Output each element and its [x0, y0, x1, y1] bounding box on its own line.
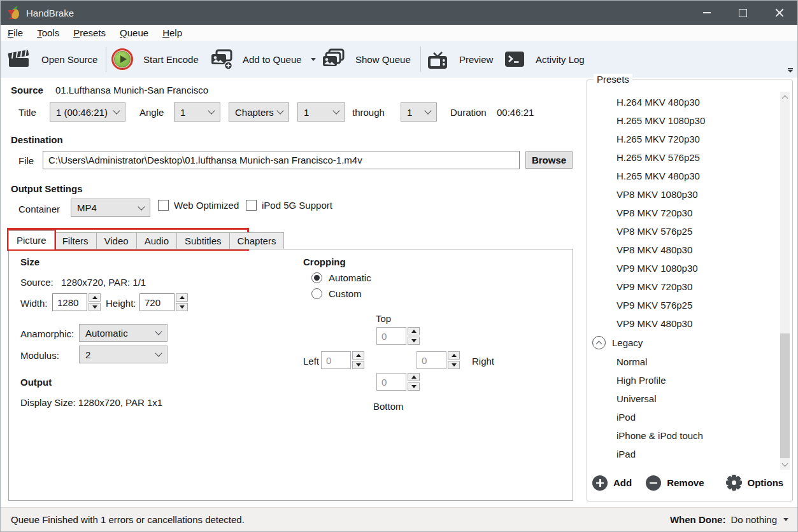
preset-item[interactable]: Universal: [588, 389, 777, 408]
preview-button[interactable]: Preview: [426, 41, 493, 78]
status-bar: Queue Finished with 1 errors or cancella…: [1, 507, 797, 531]
container-select[interactable]: MP4: [71, 199, 150, 217]
preset-item[interactable]: H.264 MKV 480p30: [588, 93, 777, 111]
crop-left-stepper[interactable]: 0: [321, 351, 364, 369]
open-source-label: Open Source: [41, 54, 97, 65]
overflow-caret-icon: [788, 70, 793, 73]
activity-log-button[interactable]: Activity Log: [504, 41, 585, 78]
tab-video[interactable]: Video: [97, 232, 137, 249]
dropdown-caret-icon: [783, 518, 788, 521]
range-end-select[interactable]: 1: [401, 102, 437, 122]
preset-item[interactable]: VP8 MKV 576p25: [588, 222, 777, 241]
toolbar-overflow-button[interactable]: [788, 68, 793, 73]
picture-tab-panel: Size Source: 1280x720, PAR: 1/1 Width: 1…: [8, 249, 573, 501]
ipod-support-checkbox[interactable]: iPod 5G Support: [246, 200, 332, 211]
preset-item[interactable]: H.265 MKV 1080p30: [588, 111, 777, 130]
preset-item[interactable]: VP9 MKV 480p30: [588, 314, 777, 333]
size-source-value: 1280x720, PAR: 1/1: [61, 277, 146, 288]
preset-item[interactable]: Normal: [588, 353, 777, 371]
spin-up-button[interactable]: [89, 293, 101, 302]
start-encode-button[interactable]: Start Encode: [111, 41, 199, 78]
open-source-button[interactable]: Open Source: [7, 41, 97, 78]
maximize-button[interactable]: [725, 1, 761, 25]
spin-up-button[interactable]: [352, 351, 364, 360]
scroll-down-button[interactable]: [780, 459, 790, 470]
preset-item[interactable]: iPad: [588, 445, 777, 463]
preset-item[interactable]: High Profile: [588, 371, 777, 389]
checkbox-box: [246, 200, 257, 211]
preset-item[interactable]: VP9 MKV 1080p30: [588, 259, 777, 277]
angle-select[interactable]: 1: [174, 102, 220, 122]
presets-panel: Presets H.264 MKV 480p30H.265 MKV 1080p3…: [587, 80, 793, 501]
presets-scrollbar[interactable]: [780, 92, 790, 470]
range-type-select[interactable]: Chapters: [229, 102, 289, 122]
preset-item[interactable]: VP9 MKV 720p30: [588, 277, 777, 296]
preset-item[interactable]: H.265 MKV 720p30: [588, 130, 777, 148]
collapse-chevron-icon[interactable]: [592, 336, 606, 349]
show-queue-button[interactable]: Show Queue: [321, 41, 411, 78]
spin-up-button[interactable]: [448, 351, 460, 360]
destination-heading: Destination: [11, 134, 63, 145]
width-stepper[interactable]: 1280: [52, 293, 101, 311]
tab-picture[interactable]: Picture: [8, 230, 55, 249]
modulus-select[interactable]: 2: [79, 346, 167, 363]
crop-bottom-stepper[interactable]: 0: [376, 373, 420, 391]
remove-preset-button[interactable]: Remove: [646, 475, 704, 491]
file-path-input[interactable]: C:\Users\Administrator\Desktop\01.luftha…: [43, 151, 520, 169]
crop-right-stepper[interactable]: 0: [417, 351, 460, 369]
height-stepper[interactable]: 720: [139, 293, 188, 311]
spin-up-button[interactable]: [408, 373, 420, 381]
spin-up-button[interactable]: [408, 327, 420, 335]
preset-folder-legacy[interactable]: Legacy: [588, 333, 777, 353]
tab-subtitles[interactable]: Subtitles: [177, 232, 230, 249]
menu-item[interactable]: Presets: [66, 27, 113, 38]
preset-options-button[interactable]: Options: [726, 475, 784, 491]
preset-item[interactable]: iPod: [588, 408, 777, 426]
menu-item[interactable]: File: [1, 27, 30, 38]
spin-down-button[interactable]: [408, 382, 420, 391]
menu-item[interactable]: Tools: [30, 27, 66, 38]
anamorphic-select[interactable]: Automatic: [79, 324, 167, 342]
add-preset-button[interactable]: Add: [592, 475, 632, 491]
spin-down-button[interactable]: [448, 361, 460, 369]
preset-item[interactable]: H.265 MKV 480p30: [588, 167, 777, 185]
green-play-icon: [114, 51, 131, 67]
preset-item[interactable]: VP8 MKV 480p30: [588, 241, 777, 259]
web-optimized-checkbox[interactable]: Web Optimized: [158, 200, 239, 211]
crop-bottom-label: Bottom: [373, 401, 404, 412]
show-queue-label: Show Queue: [355, 54, 411, 65]
menu-item[interactable]: Queue: [113, 27, 155, 38]
range-start-select[interactable]: 1: [297, 102, 345, 122]
handbrake-window: HandBrake FileToolsPresetsQueueHelp Open…: [0, 0, 798, 532]
minimize-button[interactable]: [688, 1, 725, 25]
tab-filters[interactable]: Filters: [55, 232, 97, 249]
close-button[interactable]: [761, 1, 797, 25]
title-label: Title: [18, 107, 36, 118]
add-to-queue-button[interactable]: Add to Queue: [210, 41, 316, 78]
crop-top-stepper[interactable]: 0: [376, 327, 420, 345]
spin-down-button[interactable]: [352, 361, 364, 369]
scroll-up-button[interactable]: [780, 92, 790, 102]
through-label: through: [352, 107, 385, 118]
toolbar: Open Source Start Encode Add to Queue: [1, 41, 797, 78]
preset-item[interactable]: H.265 MKV 576p25: [588, 148, 777, 167]
preset-item[interactable]: iPhone & iPod touch: [588, 426, 777, 445]
spin-down-button[interactable]: [408, 337, 420, 345]
browse-button[interactable]: Browse: [525, 151, 573, 169]
when-done-control[interactable]: When Done: Do nothing: [670, 514, 788, 525]
crop-automatic-radio[interactable]: Automatic: [311, 272, 371, 283]
title-select[interactable]: 1 (00:46:21): [50, 102, 125, 122]
preset-item[interactable]: VP8 MKV 720p30: [588, 204, 777, 222]
gear-icon: [726, 475, 742, 491]
tab-chapters[interactable]: Chapters: [230, 232, 285, 249]
tab-audio[interactable]: Audio: [137, 232, 177, 249]
scrollbar-thumb[interactable]: [780, 333, 790, 458]
display-size-value: Display Size: 1280x720, PAR 1x1: [20, 397, 162, 408]
spin-up-button[interactable]: [176, 293, 188, 302]
menu-item[interactable]: Help: [155, 27, 189, 38]
spin-down-button[interactable]: [176, 303, 188, 311]
crop-custom-radio[interactable]: Custom: [311, 288, 362, 299]
preset-item[interactable]: VP9 MKV 576p25: [588, 296, 777, 314]
preset-item[interactable]: VP8 MKV 1080p30: [588, 185, 777, 204]
spin-down-button[interactable]: [89, 303, 101, 311]
